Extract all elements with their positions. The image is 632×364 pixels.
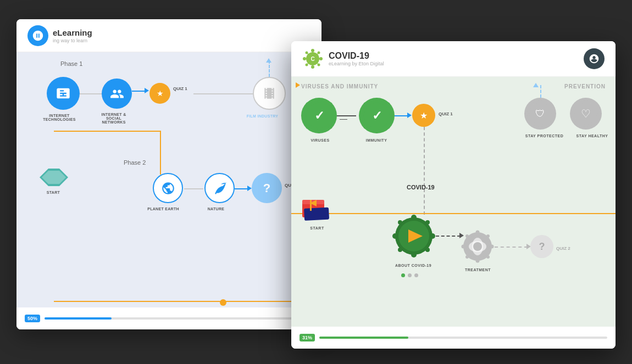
planet-earth-node[interactable] [153,173,183,203]
svg-point-41 [375,98,379,103]
bg-header: eLearning ing way to learn [16,19,321,52]
viruses-node[interactable]: ✓ [301,98,337,133]
about-covid19-label: ABOUT COVID-19 [389,264,438,267]
svg-point-92 [425,220,430,225]
bg-progress-bar-area: 50% [16,307,321,329]
svg-point-106 [476,231,480,234]
fg-avatar[interactable] [584,48,605,69]
svg-point-73 [571,112,574,115]
internet-tech-node[interactable] [47,77,80,110]
svg-point-76 [595,103,597,105]
internet-social-node[interactable] [102,79,132,109]
svg-point-62 [525,112,529,115]
section-prevention-label: PREVENTION [564,83,606,89]
svg-point-110 [465,234,469,238]
svg-rect-83 [304,208,329,221]
connector-1 [80,93,102,94]
about-covid19-node[interactable] [392,214,436,260]
internet-social-label: INTERNET & SOCIAL NETWORKS [95,113,133,124]
immunity-node[interactable]: ✓ [359,98,395,133]
nature-node[interactable] [204,173,235,203]
svg-point-4 [311,65,314,69]
svg-point-108 [462,245,465,249]
quiz2-node[interactable]: ? [530,235,553,258]
svg-text:✓: ✓ [372,109,382,122]
connector-v-yellow [160,131,161,175]
connector-2 [132,91,146,92]
covid-logo-title: COVID-19 [329,51,369,60]
arrow-covid-treatment [459,233,464,238]
stay-protected-node[interactable]: 🛡 [524,98,556,130]
start-books-label: START [301,226,333,230]
svg-point-65 [549,103,552,105]
viruses-label: VIRUSES [302,138,338,142]
fg-logo-left: C COVID-19 eLearning by Eton Digital [302,48,384,69]
fg-header: C COVID-19 eLearning by Eton Digital [291,41,616,77]
svg-point-10 [318,64,320,66]
section-viruses-label: VIRUSES AND IMMUNITY [301,83,378,89]
arrow-nature-q [247,186,252,191]
orange-section-arrow [296,82,300,88]
dashed-h-treatment-q2 [495,247,528,248]
start-books-node[interactable] [301,192,333,225]
dashed-v-prevention [540,85,541,98]
svg-point-25 [332,114,336,118]
svg-rect-85 [310,200,312,211]
svg-point-60 [539,99,542,102]
covid19-label: COVID-19 [407,184,435,191]
bg-progress-track[interactable] [45,317,313,320]
svg-point-75 [575,103,578,105]
covid-window: C COVID-19 eLearning by Eton Digital VIR… [291,41,616,349]
quiz1-label: QUIZ 1 [173,86,187,91]
svg-point-6 [319,57,323,60]
elearning-logo-icon [27,25,48,46]
svg-point-89 [392,233,398,239]
dashed-h-covid-treatment [436,236,461,237]
dashed-v-film [269,60,270,77]
planet-earth-label: PLANET EARTH [144,207,182,211]
fg-progress-bar-area: 31% [291,327,616,349]
film-industry-node[interactable] [253,77,286,110]
svg-text:✓: ✓ [314,109,324,122]
svg-point-111 [486,234,490,238]
svg-point-64 [529,103,532,105]
svg-point-90 [430,233,435,239]
orange-bottom-line [54,301,321,302]
question-node[interactable]: ? [252,173,282,203]
connector-nature-q [235,188,248,189]
svg-point-74 [597,112,601,115]
dot-3 [414,273,418,277]
svg-point-22 [317,98,321,103]
covid19-dots [401,273,418,277]
svg-point-44 [390,114,394,118]
dot-1 [401,273,405,277]
internet-tech-label: INTERNET TECHNOLOGIES [37,114,81,121]
svg-point-3 [311,49,314,52]
svg-point-67 [549,122,552,125]
svg-point-66 [529,122,532,125]
svg-point-9 [306,64,308,66]
svg-point-42 [375,128,379,133]
dot-2 [408,273,412,277]
arrow-social-quiz [145,88,149,93]
svg-text:♡: ♡ [581,108,591,120]
treatment-label: TREATMENT [457,268,498,272]
quiz1-node[interactable]: ★ [149,83,170,104]
connector-h-yellow-1 [54,131,161,132]
phase1-label: Phase 1 [60,60,82,67]
bg-content: Phase 1 Phase 2 INTERNET TECHNOLOGIES IN… [16,52,321,329]
fg-progress-fill [319,337,408,339]
phase2-label: Phase 2 [124,159,146,166]
start-diamond[interactable] [40,169,68,188]
svg-point-7 [306,52,308,54]
svg-point-72 [584,125,587,128]
svg-point-61 [539,125,542,128]
fg-progress-track[interactable] [319,337,607,339]
fg-quiz1-node[interactable]: ★ [412,104,435,127]
arrow-i-q1 [407,113,412,118]
svg-point-112 [465,255,469,259]
yellow-line-fg [291,213,616,214]
dash-v-i: — [340,114,347,123]
treatment-node[interactable] [461,229,495,266]
stay-healthy-node[interactable]: ♡ [570,98,602,130]
